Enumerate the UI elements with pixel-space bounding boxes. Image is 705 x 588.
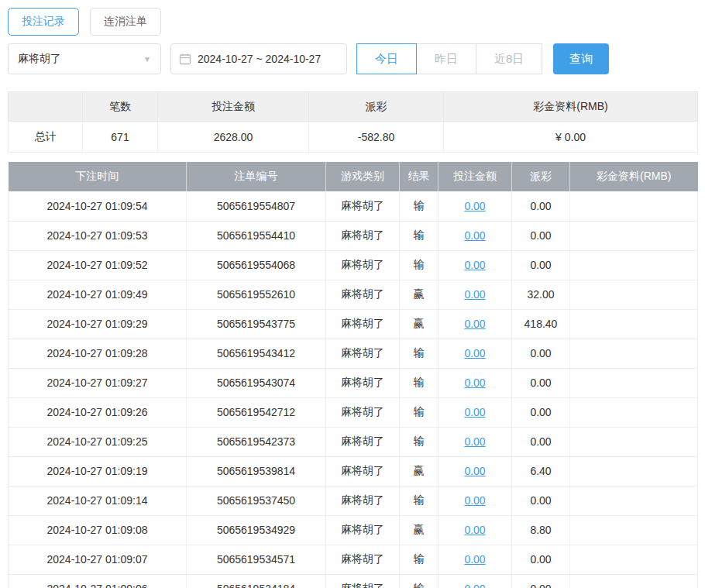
game-type-cell: 麻将胡了 <box>326 368 400 397</box>
summary-header-bet-amount: 投注金额 <box>158 92 309 122</box>
bet-amount-cell: 0.00 <box>438 427 512 456</box>
range-today-button[interactable]: 今日 <box>356 43 417 74</box>
table-row: 2024-10-27 01:09:265065619542712麻将胡了输0.0… <box>9 397 698 427</box>
game-type-select[interactable]: 麻将胡了 ▼ <box>8 43 161 74</box>
bonus-cell <box>570 221 698 250</box>
game-type-cell: 麻将胡了 <box>326 250 400 280</box>
bet-amount-link[interactable]: 0.00 <box>464 435 485 448</box>
bet-amount-link[interactable]: 0.00 <box>464 200 485 212</box>
bet-amount-link[interactable]: 0.00 <box>464 494 485 507</box>
bonus-cell <box>570 250 698 280</box>
bet-amount-link[interactable]: 0.00 <box>464 347 485 359</box>
bet-time-cell: 2024-10-27 01:09:49 <box>9 280 187 309</box>
tab-cancelled-orders[interactable]: 连消注单 <box>90 8 161 36</box>
payout-cell: 0.00 <box>512 545 570 574</box>
bet-amount-cell: 0.00 <box>438 456 512 486</box>
betting-records-page: 投注记录 连消注单 麻将胡了 ▼ 2024-10-27 ~ 2024-10-27… <box>0 0 705 588</box>
summary-header-blank <box>9 92 83 122</box>
result-cell: 赢 <box>400 280 438 309</box>
result-cell: 赢 <box>400 456 438 486</box>
order-id-cell: 5065619534184 <box>187 574 326 588</box>
game-type-cell: 麻将胡了 <box>326 397 400 427</box>
col-header-result: 结果 <box>400 162 438 191</box>
bet-amount-link[interactable]: 0.00 <box>464 259 485 271</box>
order-id-cell: 5065619534571 <box>187 545 326 574</box>
summary-payout-value: -582.80 <box>309 122 444 153</box>
bet-amount-cell: 0.00 <box>438 368 512 397</box>
bet-amount-cell: 0.00 <box>438 397 512 427</box>
order-id-cell: 5065619554068 <box>187 250 326 280</box>
game-type-cell: 麻将胡了 <box>326 339 400 368</box>
bet-time-cell: 2024-10-27 01:09:53 <box>9 221 187 250</box>
summary-header-payout: 派彩 <box>309 92 444 122</box>
bet-amount-link[interactable]: 0.00 <box>464 553 485 566</box>
summary-bonus-value: ¥ 0.00 <box>444 122 698 153</box>
col-header-order-id: 注单编号 <box>187 162 326 191</box>
records-table-body: 2024-10-27 01:09:545065619554807麻将胡了输0.0… <box>9 191 698 588</box>
result-cell: 输 <box>400 250 438 280</box>
bonus-cell <box>570 397 698 427</box>
bet-amount-cell: 0.00 <box>438 309 512 339</box>
bonus-cell <box>570 456 698 486</box>
bet-amount-link[interactable]: 0.00 <box>464 465 485 477</box>
search-button[interactable]: 查询 <box>553 43 609 74</box>
bonus-cell <box>570 486 698 515</box>
table-row: 2024-10-27 01:09:535065619554410麻将胡了输0.0… <box>9 221 698 250</box>
table-row: 2024-10-27 01:09:085065619534929麻将胡了赢0.0… <box>9 515 698 545</box>
bonus-cell <box>570 545 698 574</box>
bet-amount-cell: 0.00 <box>438 250 512 280</box>
summary-header-row: 笔数 投注金额 派彩 彩金资料(RMB) <box>9 92 698 122</box>
chevron-down-icon: ▼ <box>143 55 151 64</box>
bet-amount-link[interactable]: 0.00 <box>464 288 485 301</box>
col-header-payout: 派彩 <box>512 162 570 191</box>
payout-cell: 0.00 <box>512 574 570 588</box>
payout-cell: 32.00 <box>512 280 570 309</box>
bet-time-cell: 2024-10-27 01:09:52 <box>9 250 187 280</box>
order-id-cell: 5065619543412 <box>187 339 326 368</box>
bet-time-cell: 2024-10-27 01:09:08 <box>9 515 187 545</box>
payout-cell: 0.00 <box>512 250 570 280</box>
bet-amount-link[interactable]: 0.00 <box>464 377 485 389</box>
payout-cell: 0.00 <box>512 368 570 397</box>
col-header-bet-time: 下注时间 <box>9 162 187 191</box>
bet-amount-cell: 0.00 <box>438 545 512 574</box>
order-id-cell: 5065619537450 <box>187 486 326 515</box>
bet-amount-link[interactable]: 0.00 <box>464 229 485 242</box>
date-range-picker[interactable]: 2024-10-27 ~ 2024-10-27 <box>170 43 347 74</box>
payout-cell: 6.40 <box>512 456 570 486</box>
table-row: 2024-10-27 01:09:255065619542373麻将胡了输0.0… <box>9 427 698 456</box>
range-last-8-days-button[interactable]: 近8日 <box>476 43 542 74</box>
bet-time-cell: 2024-10-27 01:09:25 <box>9 427 187 456</box>
result-cell: 输 <box>400 574 438 588</box>
payout-cell: 418.40 <box>512 309 570 339</box>
order-id-cell: 5065619534929 <box>187 515 326 545</box>
range-yesterday-button[interactable]: 昨日 <box>416 43 476 74</box>
table-row: 2024-10-27 01:09:495065619552610麻将胡了赢0.0… <box>9 280 698 309</box>
bet-amount-link[interactable]: 0.00 <box>464 406 485 418</box>
col-header-bonus: 彩金资料(RMB) <box>570 162 698 191</box>
tab-betting-records[interactable]: 投注记录 <box>8 8 79 36</box>
order-id-cell: 5065619542373 <box>187 427 326 456</box>
table-row: 2024-10-27 01:09:275065619543074麻将胡了输0.0… <box>9 368 698 397</box>
bet-time-cell: 2024-10-27 01:09:19 <box>9 456 187 486</box>
bet-amount-cell: 0.00 <box>438 280 512 309</box>
bonus-cell <box>570 280 698 309</box>
result-cell: 输 <box>400 397 438 427</box>
quick-range-group: 今日 昨日 近8日 <box>356 43 542 74</box>
bet-amount-link[interactable]: 0.00 <box>464 318 485 330</box>
bet-time-cell: 2024-10-27 01:09:07 <box>9 545 187 574</box>
bet-amount-cell: 0.00 <box>438 574 512 588</box>
order-id-cell: 5065619543775 <box>187 309 326 339</box>
records-table: 下注时间 注单编号 游戏类别 结果 投注金额 派彩 彩金资料(RMB) 2024… <box>8 162 698 588</box>
order-id-cell: 5065619552610 <box>187 280 326 309</box>
table-row: 2024-10-27 01:09:295065619543775麻将胡了赢0.0… <box>9 309 698 339</box>
payout-cell: 0.00 <box>512 339 570 368</box>
col-header-game-type: 游戏类别 <box>326 162 400 191</box>
bet-amount-link[interactable]: 0.00 <box>464 583 485 588</box>
payout-cell: 0.00 <box>512 486 570 515</box>
bet-amount-link[interactable]: 0.00 <box>464 524 485 536</box>
summary-total-row: 总计 671 2628.00 -582.80 ¥ 0.00 <box>9 122 698 153</box>
date-range-value: 2024-10-27 ~ 2024-10-27 <box>198 53 321 65</box>
payout-cell: 0.00 <box>512 397 570 427</box>
result-cell: 输 <box>400 545 438 574</box>
